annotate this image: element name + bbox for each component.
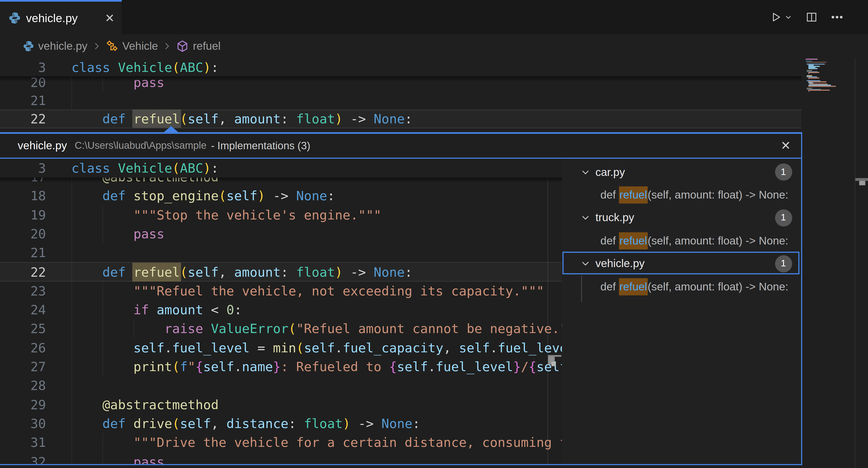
- vscode-window: vehicle.py ✕ vehicle.pyVehiclerefuel 20 …: [0, 0, 868, 468]
- peek-editor[interactable]: 17 @abstractmethod18 def stop_engine(sel…: [0, 159, 562, 464]
- minimap[interactable]: [803, 58, 847, 95]
- reference-text-suffix: (self, amount: float) -> None:: [648, 189, 788, 201]
- tab-vehicle-py[interactable]: vehicle.py ✕: [0, 0, 122, 34]
- minimap-code-line: [808, 77, 819, 78]
- line-number: 18: [0, 187, 46, 206]
- overview-ruler[interactable]: [855, 58, 855, 468]
- reference-text-prefix: def: [600, 234, 619, 247]
- minimap-code-line: [808, 65, 814, 66]
- sticky-code-line: class Vehicle(ABC):: [71, 159, 219, 178]
- tree-reference-row[interactable]: def refuel(self, amount: float) -> None:: [562, 183, 801, 206]
- reference-match-refuel: refuel: [619, 187, 648, 204]
- minimap-code-line: [808, 82, 813, 83]
- code-line-29[interactable]: @abstractmethod: [71, 395, 219, 414]
- peek-body: 17 @abstractmethod18 def stop_engine(sel…: [0, 159, 801, 464]
- code-line-19[interactable]: """Stop the vehicle's engine.""": [71, 205, 381, 225]
- minimap-code-line: [810, 83, 828, 85]
- tree-file-row-car-py[interactable]: car.py1: [562, 161, 801, 183]
- minimap-code-line: [808, 72, 819, 73]
- code-line-23[interactable]: """Refuel the vehicle, not exceeding its…: [71, 281, 544, 300]
- minimap-code-line: [807, 80, 820, 81]
- code-line-26[interactable]: self.fuel_level = min(self.fuel_capacity…: [71, 338, 562, 357]
- symbol-method-icon: [176, 40, 189, 53]
- line-number: 29: [0, 395, 46, 414]
- mouse-cursor-tail: [551, 362, 556, 366]
- minimap-code-line: [807, 76, 817, 77]
- peek-title-path: C:\Users\luabud\Apps\sample: [75, 140, 207, 152]
- main-editor[interactable]: 20 pass2122 def refuel(self, amount: flo…: [0, 58, 802, 132]
- reference-count-badge: 1: [775, 209, 792, 226]
- code-line-32[interactable]: pass: [71, 452, 164, 464]
- tab-label: vehicle.py: [26, 11, 78, 25]
- code-line-27[interactable]: print(f"{self.name}: Refueled to {self.f…: [71, 357, 562, 376]
- minimap-code-line: [806, 59, 817, 60]
- code-line-18[interactable]: def stop_engine(self) -> None:: [71, 187, 335, 206]
- minimap-code-line: [806, 61, 812, 62]
- tree-selected-row-outline: [562, 252, 799, 274]
- sticky-code-line: class Vehicle(ABC):: [71, 58, 219, 76]
- chevron-down-icon[interactable]: [581, 167, 590, 177]
- line-number: 23: [0, 281, 46, 300]
- code-line-25[interactable]: raise ValueError("Refuel amount cannot b…: [71, 320, 562, 338]
- code-line-22[interactable]: def refuel(self, amount: float) -> None:: [71, 263, 412, 281]
- reference-text-suffix: (self, amount: float) -> None:: [648, 234, 788, 247]
- code-line-22[interactable]: def refuel(self, amount: float) -> None:: [71, 109, 412, 128]
- breadcrumb-label: Vehicle: [122, 40, 158, 53]
- minimap-code-line: [807, 62, 826, 63]
- code-line-30[interactable]: def drive(self, distance: float) -> None…: [71, 414, 420, 433]
- line-number: 24: [0, 300, 46, 320]
- peek-editor-ruler: [548, 159, 548, 464]
- breadcrumb-item-refuel[interactable]: refuel: [176, 40, 221, 53]
- line-number: 30: [0, 414, 46, 433]
- indent-guide: [71, 243, 72, 263]
- line-number: 21: [0, 243, 46, 263]
- python-icon: [23, 40, 34, 52]
- breadcrumb-separator-chevron-icon: [92, 42, 101, 51]
- minimap-code-line: [808, 86, 836, 87]
- more-actions-button[interactable]: [830, 10, 844, 24]
- run-dropdown-chevron-icon[interactable]: [784, 13, 792, 21]
- tree-file-label: truck.py: [595, 211, 634, 224]
- split-editor-button[interactable]: [806, 12, 817, 23]
- tree-file-row-truck-py[interactable]: truck.py1: [562, 206, 801, 229]
- minimap-code-line: [807, 89, 821, 90]
- tree-reference-row[interactable]: def refuel(self, amount: float) -> None:: [562, 275, 801, 298]
- minimap-code-line: [808, 73, 810, 74]
- peek-references-tree[interactable]: car.py1def refuel(self, amount: float) -…: [562, 159, 801, 464]
- sticky-line-number: 3: [0, 58, 46, 76]
- screenshot-stage: vehicle.py ✕ vehicle.pyVehiclerefuel 20 …: [0, 0, 868, 468]
- minimap-code-line: [808, 78, 810, 79]
- reference-match-refuel: refuel: [619, 232, 648, 249]
- tree-file-label: car.py: [595, 166, 625, 178]
- line-number: 32: [0, 452, 46, 464]
- python-file-icon: [8, 12, 21, 24]
- peek-close-icon[interactable]: ✕: [780, 139, 791, 152]
- code-line-24[interactable]: if amount < 0:: [71, 300, 242, 320]
- breadcrumb-item-vehicle-py[interactable]: vehicle.py: [23, 40, 88, 53]
- breadcrumb-label: refuel: [193, 40, 221, 53]
- symbol-class-icon: [106, 40, 118, 53]
- tab-close-icon[interactable]: ✕: [105, 12, 115, 24]
- code-line-20[interactable]: pass: [71, 225, 164, 243]
- breadcrumb: vehicle.pyVehiclerefuel: [0, 34, 868, 58]
- line-number: 22: [0, 109, 46, 128]
- run-button[interactable]: [771, 12, 781, 23]
- minimap-code-line: [807, 70, 812, 71]
- reference-text-prefix: def: [600, 280, 619, 293]
- peek-title-label: - Implementations (3): [211, 140, 310, 152]
- minimap-code-line: [807, 75, 812, 76]
- sticky-scroll-line[interactable]: 3class Vehicle(ABC):: [0, 58, 802, 76]
- code-line-31[interactable]: """Drive the vehicle for a certain dista…: [71, 433, 562, 452]
- peek-implementations-widget: vehicle.py C:\Users\luabud\Apps\sample -…: [0, 132, 802, 465]
- minimap-code-line: [807, 88, 812, 89]
- breadcrumb-label: vehicle.py: [38, 40, 88, 53]
- minimap-code-line: [808, 66, 820, 67]
- line-number: 22: [0, 263, 46, 281]
- chevron-down-icon[interactable]: [581, 213, 590, 222]
- breadcrumb-item-Vehicle[interactable]: Vehicle: [106, 40, 158, 53]
- tree-reference-row[interactable]: def refuel(self, amount: float) -> None:: [562, 229, 801, 252]
- sticky-scroll-line[interactable]: 3class Vehicle(ABC):: [0, 159, 562, 178]
- minimap-code-line: [807, 71, 817, 72]
- peek-anchor-arrow-icon: [164, 126, 178, 132]
- indent-guide: [71, 376, 72, 395]
